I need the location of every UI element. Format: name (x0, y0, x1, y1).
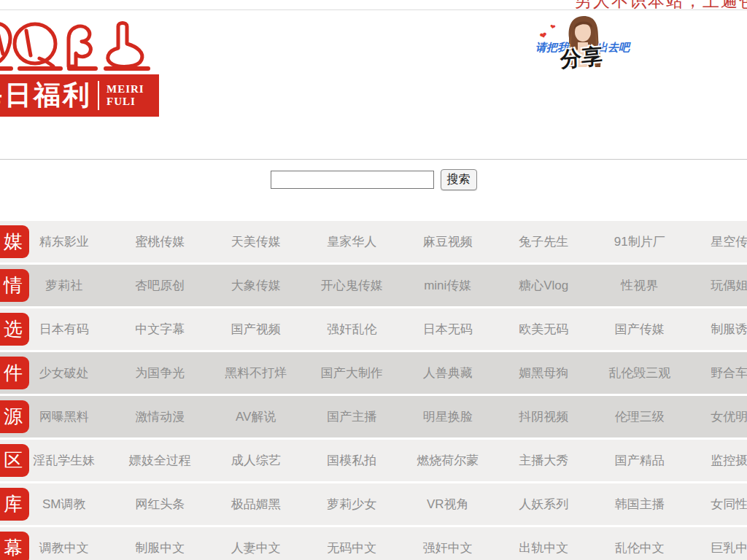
category-row: 媒精东影业蜜桃传媒天美传媒皇家华人麻豆视频兔子先生91制片厂星空传媒 (0, 221, 747, 262)
category-link[interactable]: 强奸乱伦 (304, 308, 400, 350)
category-link[interactable]: 糖心Vlog (496, 265, 592, 306)
category-link[interactable]: 精东影业 (16, 221, 112, 262)
category-row: 库SM调教网红头条极品媚黑萝莉少女VR视角人妖系列韩国主播女同性恋 (0, 483, 747, 525)
category-link[interactable]: 日本无码 (400, 308, 496, 350)
logo-separator (98, 81, 99, 110)
category-link[interactable]: 国产精品 (592, 440, 688, 481)
category-link[interactable]: 乱伦毁三观 (592, 352, 688, 394)
logo-english-text: MEIRI FULI (107, 83, 144, 108)
category-link[interactable]: 极品媚黑 (208, 483, 304, 525)
row-links: 萝莉社杏吧原创大象传媒开心鬼传媒mini传媒糖心Vlog性视界玩偶姐姐 (16, 265, 747, 306)
search-bar: 搜索 (0, 166, 747, 192)
category-link[interactable]: 麻豆视频 (400, 221, 496, 262)
row-links: SM调教网红头条极品媚黑萝莉少女VR视角人妖系列韩国主播女同性恋 (16, 483, 747, 525)
row-links: 日本有码中文字幕国产视频强奸乱伦日本无码欧美无码国产传媒制服诱惑 (16, 308, 747, 350)
category-link[interactable]: 主播大秀 (496, 440, 592, 481)
category-link[interactable]: 天美传媒 (208, 221, 304, 262)
row-category-tab[interactable]: 件 (0, 357, 29, 389)
category-link[interactable]: 女同性恋 (688, 483, 747, 525)
row-category-tab[interactable]: 情 (0, 269, 29, 302)
category-row: 情萝莉社杏吧原创大象传媒开心鬼传媒mini传媒糖心Vlog性视界玩偶姐姐 (0, 265, 747, 306)
category-link[interactable]: 皇家华人 (304, 221, 400, 262)
search-button[interactable]: 搜索 (441, 169, 477, 190)
row-category-tab[interactable]: 源 (0, 400, 29, 433)
category-row: 源网曝黑料激情动漫AV解说国产主播明星换脸抖阴视频伦理三级女优明星 (0, 396, 747, 438)
category-row: 件少女破处为国争光黑料不打烊国产大制作人兽典藏媚黑母狗乱伦毁三观野合车震 (0, 352, 747, 394)
category-link[interactable]: 出轨中文 (496, 527, 592, 560)
category-row: 幕调教中文制服中文人妻中文无码中文强奸中文出轨中文乱伦中文巨乳中文 (0, 527, 747, 560)
category-link[interactable]: 明星换脸 (400, 396, 496, 438)
search-input[interactable] (271, 171, 434, 189)
share-banner[interactable]: ❤ ❤ 请把我 分享 出去吧 (531, 12, 633, 76)
category-link[interactable]: 制服诱惑 (688, 308, 747, 350)
category-link[interactable]: 韩国主播 (592, 483, 688, 525)
category-link[interactable]: 网曝黑料 (16, 396, 112, 438)
row-links: 少女破处为国争光黑料不打烊国产大制作人兽典藏媚黑母狗乱伦毁三观野合车震 (16, 352, 747, 394)
top-marquee-text: 男人不识本站，上遍色站也枉然 (575, 0, 747, 12)
category-link[interactable]: 蜜桃传媒 (112, 221, 209, 262)
site-logo[interactable]: 每日福利 MEIRI FULI (0, 0, 190, 146)
row-category-tab[interactable]: 区 (0, 444, 29, 477)
category-link[interactable]: 激情动漫 (112, 396, 209, 438)
category-link[interactable]: 抖阴视频 (496, 396, 592, 438)
category-link[interactable]: 玩偶姐姐 (688, 265, 747, 306)
row-category-tab[interactable]: 选 (0, 313, 29, 346)
logo-chinese-text: 每日福利 (0, 77, 92, 114)
category-link[interactable]: 萝莉社 (16, 265, 112, 306)
category-link[interactable]: VR视角 (400, 483, 496, 525)
category-link[interactable]: 91制片厂 (592, 221, 688, 262)
category-link[interactable]: 大象传媒 (208, 265, 304, 306)
category-link[interactable]: 淫乱学生妹 (16, 440, 112, 481)
category-link[interactable]: 国模私拍 (304, 440, 400, 481)
category-link[interactable]: 星空传媒 (688, 221, 747, 262)
category-link[interactable]: 媚黑母狗 (496, 352, 592, 394)
category-link[interactable]: 中文字幕 (112, 308, 209, 350)
category-link[interactable]: 女优明星 (688, 396, 747, 438)
category-link[interactable]: 萝莉少女 (304, 483, 400, 525)
category-link[interactable]: 野合车震 (688, 352, 747, 394)
category-link[interactable]: 监控摄像 (688, 440, 747, 481)
category-link[interactable]: 杏吧原创 (112, 265, 209, 306)
category-link[interactable]: 人兽典藏 (400, 352, 496, 394)
logo-banner: 每日福利 MEIRI FULI (0, 74, 159, 117)
category-link[interactable]: 制服中文 (112, 527, 209, 560)
category-link[interactable]: 兔子先生 (496, 221, 592, 262)
category-link[interactable]: 调教中文 (16, 527, 112, 560)
category-link[interactable]: 成人综艺 (208, 440, 304, 481)
row-category-tab[interactable]: 幕 (0, 532, 29, 560)
category-link[interactable]: 少女破处 (16, 352, 112, 394)
category-link[interactable]: 伦理三级 (592, 396, 688, 438)
heart-icon: ❤ (549, 23, 556, 31)
category-link[interactable]: 为国争光 (112, 352, 209, 394)
logo-bubble-letters-icon (0, 15, 162, 73)
category-link[interactable]: 国产传媒 (592, 308, 688, 350)
category-link[interactable]: 燃烧荷尔蒙 (400, 440, 496, 481)
category-link[interactable]: 性视界 (592, 265, 688, 306)
category-link[interactable]: 强奸中文 (400, 527, 496, 560)
category-link[interactable]: 国产视频 (208, 308, 304, 350)
category-link[interactable]: 国产主播 (304, 396, 400, 438)
category-row: 选日本有码中文字幕国产视频强奸乱伦日本无码欧美无码国产传媒制服诱惑 (0, 308, 747, 350)
row-category-tab[interactable]: 库 (0, 488, 29, 521)
category-link[interactable]: 黑料不打烊 (208, 352, 304, 394)
row-links: 淫乱学生妹嫖妓全过程成人综艺国模私拍燃烧荷尔蒙主播大秀国产精品监控摄像 (16, 440, 747, 481)
category-row: 区淫乱学生妹嫖妓全过程成人综艺国模私拍燃烧荷尔蒙主播大秀国产精品监控摄像 (0, 440, 747, 481)
category-grid: 媒精东影业蜜桃传媒天美传媒皇家华人麻豆视频兔子先生91制片厂星空传媒情萝莉社杏吧… (0, 221, 747, 560)
category-link[interactable]: 网红头条 (112, 483, 209, 525)
row-category-tab[interactable]: 媒 (0, 225, 29, 258)
header-divider (0, 159, 747, 160)
heart-icon: ❤ (538, 30, 548, 42)
category-link[interactable]: 嫖妓全过程 (112, 440, 209, 481)
category-link[interactable]: 人妻中文 (208, 527, 304, 560)
category-link[interactable]: 国产大制作 (304, 352, 400, 394)
category-link[interactable]: 乱伦中文 (592, 527, 688, 560)
category-link[interactable]: 人妖系列 (496, 483, 592, 525)
category-link[interactable]: 欧美无码 (496, 308, 592, 350)
category-link[interactable]: 开心鬼传媒 (304, 265, 400, 306)
category-link[interactable]: mini传媒 (400, 265, 496, 306)
category-link[interactable]: AV解说 (208, 396, 304, 438)
category-link[interactable]: 无码中文 (304, 527, 400, 560)
category-link[interactable]: 日本有码 (16, 308, 112, 350)
category-link[interactable]: SM调教 (16, 483, 112, 525)
category-link[interactable]: 巨乳中文 (688, 527, 747, 560)
